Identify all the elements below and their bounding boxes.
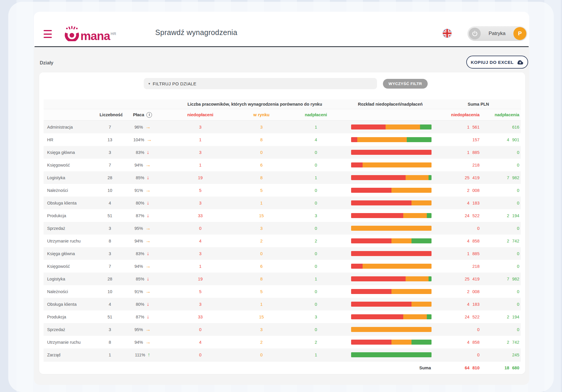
table-row[interactable]: HR 13 104% → 1 8 4 157 4 901 — [44, 133, 521, 146]
table-row[interactable]: Produkcja 51 87% ↓ 33 15 3 24 522 2 194 — [44, 310, 521, 323]
department-filter-dropdown[interactable]: ▾ FILTRUJ PO DZIALE — [144, 78, 377, 89]
cell-salary-percent: 91% — [134, 188, 143, 193]
cell-underpayments: 4 183 — [436, 201, 481, 205]
trend-right-icon: → — [146, 238, 151, 244]
table-row[interactable]: Administracja 7 96% → 3 3 1 1 561 616 — [44, 121, 521, 133]
cell-department-name: Należności — [44, 188, 100, 193]
cell-salary-percent: 111% — [135, 353, 145, 357]
cell-overpaid: 0 — [287, 251, 345, 256]
cell-overpaid: 2 — [287, 340, 345, 345]
cell-underpayments: 1 885 — [436, 251, 481, 256]
cell-department-name: Produkcja — [44, 315, 100, 319]
cell-salary-percent: 87% — [136, 315, 144, 319]
cell-salary-percent: 91% — [134, 289, 143, 294]
cell-at-market: 2 — [236, 340, 287, 345]
col-header-underpayments: niedopłacenia — [436, 112, 481, 117]
cell-underpayments: 157 — [436, 137, 481, 142]
trend-down-icon: ↓ — [147, 301, 149, 307]
table-row[interactable]: Obsługa klienta 4 80% ↓ 3 1 0 4 183 0 — [44, 298, 521, 310]
table-row[interactable]: Utrzymanie ruchu 8 94% → 4 2 2 4 858 2 7… — [44, 336, 521, 348]
filter-row: ▾ FILTRUJ PO DZIALE WYCZYŚĆ FILTR — [44, 78, 521, 89]
logo-sun-icon — [63, 26, 80, 41]
menu-hamburger-icon[interactable] — [44, 30, 52, 38]
cell-at-market: 6 — [236, 264, 287, 269]
trend-down-icon: ↓ — [147, 314, 149, 320]
table-row[interactable]: Sprzedaż 3 95% → 0 3 0 0 0 — [44, 323, 521, 336]
cell-overpayments: 0 — [481, 264, 521, 269]
distribution-bar — [351, 264, 432, 269]
trend-right-icon: → — [146, 288, 151, 295]
cell-underpayments: 24 522 — [436, 213, 481, 218]
cell-overpayments: 2 194 — [481, 213, 521, 218]
user-name: Patryka — [481, 31, 513, 36]
cell-overpayments: 7 982 — [481, 175, 521, 180]
cell-salary-percent: 80% — [136, 302, 144, 307]
cell-department-name: HR — [44, 137, 100, 142]
salary-info-icon[interactable]: i — [146, 112, 152, 118]
cell-underpayments: 25 419 — [436, 175, 481, 180]
cell-overpaid: 1 — [287, 277, 345, 281]
app-window: mana HR Sprawdź wynagrodzenia Patryka — [34, 12, 529, 385]
table-row[interactable]: Należności 10 91% → 5 5 0 2 008 0 — [44, 184, 521, 197]
filter-dropdown-label: FILTRUJ PO DZIALE — [153, 81, 196, 86]
cell-at-market: 1 — [236, 201, 287, 205]
chevron-down-icon: ▾ — [148, 82, 150, 86]
table-row[interactable]: Obsługa klienta 4 80% ↓ 3 1 0 4 183 0 — [44, 197, 521, 209]
user-menu[interactable]: Patryka P — [467, 26, 527, 41]
cell-overpayments: 2 742 — [481, 340, 521, 345]
table-row[interactable]: Logistyka 28 85% ↓ 19 8 1 25 419 7 982 — [44, 273, 521, 285]
table-row[interactable]: Logistyka 28 85% ↓ 19 8 1 25 419 7 982 — [44, 171, 521, 184]
table-row[interactable]: Należności 10 91% → 5 5 0 2 008 0 — [44, 285, 521, 298]
clear-filter-button[interactable]: WYCZYŚĆ FILTR — [383, 79, 428, 89]
table-row[interactable]: Księgowość 7 94% → 1 6 0 218 0 — [44, 260, 521, 273]
cell-headcount: 7 — [100, 125, 120, 129]
table-row[interactable]: Zarząd 1 111% ↑ 0 0 1 0 245 — [44, 348, 521, 361]
table-row[interactable]: Sprzedaż 3 95% → 0 3 0 0 0 — [44, 222, 521, 235]
cell-headcount: 8 — [100, 239, 120, 243]
col-header-salary: Płaca — [133, 112, 144, 117]
cell-department-name: Logistyka — [44, 175, 100, 180]
cell-overpaid: 4 — [287, 137, 345, 142]
cell-overpayments: 2 742 — [481, 239, 521, 243]
cell-department-name: Księgowość — [44, 264, 100, 269]
cell-headcount: 1 — [100, 353, 120, 357]
cell-underpaid: 4 — [165, 239, 236, 243]
cell-at-market: 1 — [236, 302, 287, 307]
cell-underpayments: 4 183 — [436, 302, 481, 307]
departments-card: ▾ FILTRUJ PO DZIALE WYCZYŚĆ FILTR Liczba… — [39, 72, 525, 374]
cell-at-market: 8 — [236, 277, 287, 281]
cell-overpaid: 3 — [287, 315, 345, 319]
cell-overpayments: 0 — [481, 251, 521, 256]
table-row[interactable]: Księgowość 7 94% → 1 6 0 218 0 — [44, 159, 521, 171]
distribution-bar — [351, 150, 432, 155]
cell-headcount: 4 — [100, 302, 120, 307]
copy-to-excel-button[interactable]: KOPIUJ DO EXCEL — [466, 56, 528, 69]
cell-salary-percent: 95% — [134, 226, 143, 231]
copy-to-excel-label: KOPIUJ DO EXCEL — [471, 60, 514, 65]
logout-power-icon[interactable] — [469, 28, 481, 39]
summary-underpayments: 64 810 — [436, 366, 481, 370]
cell-overpayments: 0 — [481, 188, 521, 193]
trend-right-icon: → — [146, 339, 151, 345]
table-row[interactable]: Księga główna 3 83% ↓ 3 0 0 1 885 0 — [44, 247, 521, 260]
cell-underpaid: 3 — [165, 150, 236, 155]
cell-headcount: 3 — [100, 226, 120, 231]
cell-department-name: Sprzedaż — [44, 327, 100, 332]
cell-underpaid: 4 — [165, 340, 236, 345]
language-flag-uk-icon[interactable] — [443, 29, 452, 38]
cell-headcount: 3 — [100, 150, 120, 155]
summary-label: Suma — [44, 366, 436, 370]
table-row[interactable]: Utrzymanie ruchu 8 94% → 4 2 2 4 858 2 7… — [44, 235, 521, 247]
distribution-bar — [351, 162, 432, 167]
summary-overpayments: 18 680 — [481, 366, 521, 370]
trend-right-icon: → — [147, 137, 152, 143]
trend-down-icon: ↓ — [147, 212, 149, 219]
cell-overpaid: 0 — [287, 201, 345, 205]
summary-row: Suma 64 810 18 680 — [44, 361, 521, 374]
table-row[interactable]: Księga główna 3 83% ↓ 3 0 0 1 885 0 — [44, 146, 521, 159]
cell-underpayments: 218 — [436, 163, 481, 167]
cell-overpayments: 7 982 — [481, 277, 521, 281]
cell-underpaid: 3 — [165, 302, 236, 307]
cell-at-market: 6 — [236, 163, 287, 167]
table-row[interactable]: Produkcja 51 87% ↓ 33 15 3 24 522 2 194 — [44, 209, 521, 222]
